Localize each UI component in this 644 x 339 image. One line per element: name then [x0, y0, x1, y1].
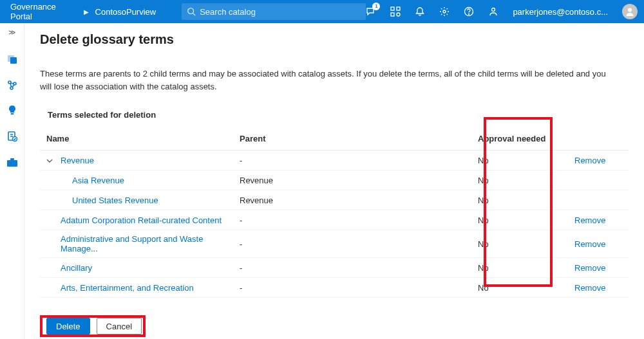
parent-cell: -: [233, 151, 471, 170]
remove-link[interactable]: Remove: [574, 283, 605, 293]
parent-cell: Revenue: [233, 190, 471, 210]
breadcrumb: Governance Portal ▶ ContosoPurview: [10, 2, 156, 21]
left-nav-rail: ≫: [0, 23, 24, 339]
svg-point-8: [469, 14, 469, 15]
main-content: Delete glossary terms These terms are pa…: [24, 23, 644, 339]
svg-line-1: [193, 14, 196, 16]
remove-link[interactable]: Remove: [574, 239, 605, 249]
delete-button[interactable]: Delete: [46, 318, 90, 334]
term-link[interactable]: Arts, Entertainment, and Recreation: [61, 283, 194, 293]
expand-nav-icon[interactable]: ≫: [8, 28, 16, 37]
parent-cell: -: [233, 210, 471, 230]
svg-point-6: [443, 10, 446, 13]
col-name[interactable]: Name: [40, 130, 233, 151]
table-row: Adatum Corporation Retail-curated Conten…: [40, 210, 629, 230]
term-link[interactable]: United States Revenue: [72, 196, 158, 205]
nav-map-icon[interactable]: [6, 79, 18, 91]
svg-point-0: [188, 8, 194, 14]
approval-cell: No: [471, 258, 568, 278]
nav-data-icon[interactable]: [6, 53, 18, 65]
table-row: Revenue-NoRemove: [40, 151, 629, 170]
col-parent[interactable]: Parent: [233, 130, 471, 151]
feedback-badge: 1: [372, 3, 380, 10]
table-row: Asia RevenueRevenueNo: [40, 170, 629, 190]
table-row: Administrative and Support and Waste Man…: [40, 230, 629, 258]
svg-rect-3: [397, 7, 400, 10]
term-link[interactable]: Administrative and Support and Waste Man…: [61, 234, 227, 253]
svg-point-5: [397, 13, 400, 16]
table-row: Arts, Entertainment, and Recreation-NoRe…: [40, 278, 629, 298]
cancel-button[interactable]: Cancel: [97, 318, 142, 334]
col-approval[interactable]: Approval needed: [471, 130, 568, 151]
nav-policy-icon[interactable]: [6, 131, 18, 142]
avatar[interactable]: [622, 4, 638, 19]
breadcrumb-root[interactable]: Governance Portal: [10, 2, 77, 21]
feedback-icon[interactable]: 1: [366, 6, 376, 17]
remove-link[interactable]: Remove: [574, 263, 605, 273]
approval-cell: No: [471, 230, 568, 258]
approval-cell: No: [471, 190, 568, 210]
table-row: United States RevenueRevenueNo: [40, 190, 629, 210]
svg-rect-4: [391, 13, 394, 16]
chevron-right-icon: ▶: [84, 8, 89, 15]
col-actions: [568, 130, 629, 151]
search-input[interactable]: [200, 7, 361, 17]
remove-link[interactable]: Remove: [574, 156, 605, 165]
terms-table: Name Parent Approval needed Revenue-NoRe…: [40, 130, 629, 298]
parent-cell: -: [233, 258, 471, 278]
svg-point-9: [492, 8, 495, 12]
term-link[interactable]: Revenue: [61, 156, 94, 165]
svg-rect-16: [10, 113, 14, 115]
settings-icon[interactable]: [439, 6, 450, 17]
table-row: Ancillary-NoRemove: [40, 258, 629, 278]
user-email[interactable]: parkerjones@contoso.c...: [513, 7, 608, 17]
parent-cell: Revenue: [233, 170, 471, 190]
section-heading: Terms selected for deletion: [48, 110, 629, 120]
chevron-down-icon[interactable]: [46, 158, 54, 164]
topbar-actions: 1 parkerjones@contoso.c...: [366, 4, 638, 19]
nav-insights-icon[interactable]: [6, 105, 18, 116]
breadcrumb-current[interactable]: ContosoPurview: [95, 7, 156, 17]
table-header-row: Name Parent Approval needed: [40, 130, 629, 151]
contact-icon[interactable]: [488, 6, 498, 17]
term-link[interactable]: Asia Revenue: [72, 176, 124, 185]
page-description: These terms are parents to 2 child terms…: [40, 68, 607, 93]
approval-cell: No: [471, 210, 568, 230]
help-icon[interactable]: [464, 6, 474, 17]
remove-link[interactable]: Remove: [574, 215, 605, 225]
approval-cell: No: [471, 278, 568, 298]
parent-cell: -: [233, 230, 471, 258]
svg-rect-20: [10, 158, 14, 160]
search-box[interactable]: [182, 3, 366, 20]
svg-rect-12: [10, 57, 17, 64]
footer-actions: Delete Cancel: [24, 313, 142, 339]
diagnostics-icon[interactable]: [390, 6, 401, 17]
parent-cell: -: [233, 278, 471, 298]
term-link[interactable]: Adatum Corporation Retail-curated Conten…: [61, 215, 222, 225]
search-icon: [187, 7, 196, 16]
approval-cell: No: [471, 170, 568, 190]
page-title: Delete glossary terms: [40, 32, 629, 47]
approval-cell: No: [471, 151, 568, 170]
nav-management-icon[interactable]: [6, 156, 18, 168]
notifications-icon[interactable]: [415, 6, 425, 17]
svg-rect-19: [7, 160, 17, 167]
svg-rect-2: [391, 7, 394, 10]
top-bar: Governance Portal ▶ ContosoPurview 1 par…: [0, 0, 644, 23]
term-link[interactable]: Ancillary: [61, 263, 92, 273]
svg-point-10: [628, 8, 632, 12]
